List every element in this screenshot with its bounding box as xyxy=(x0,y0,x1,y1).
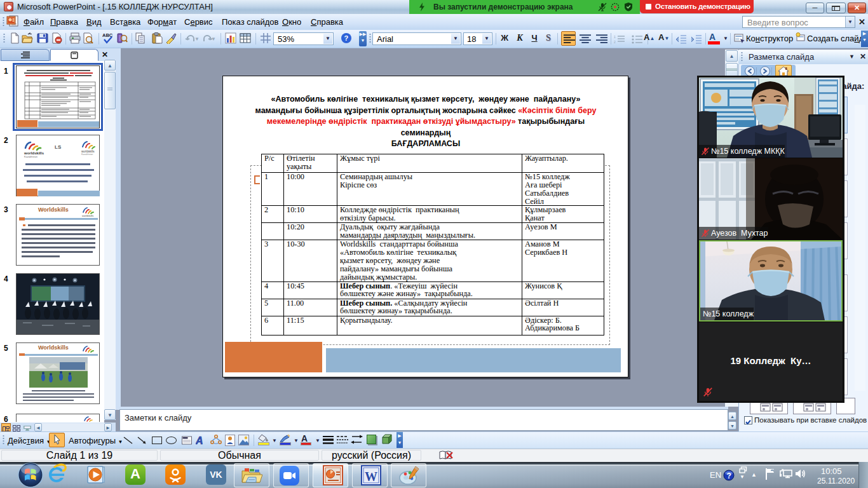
svg-text:W: W xyxy=(365,470,377,484)
svg-text:?: ? xyxy=(727,471,731,480)
svg-text:1: 1 xyxy=(614,35,616,39)
svg-text:A: A xyxy=(196,435,203,446)
svg-text:Kazakhstan: Kazakhstan xyxy=(81,153,93,156)
svg-text:worldskills: worldskills xyxy=(82,214,93,217)
svg-text:Kazakhstan: Kazakhstan xyxy=(24,155,37,158)
svg-text:2: 2 xyxy=(614,40,616,44)
svg-text:?: ? xyxy=(344,34,349,42)
